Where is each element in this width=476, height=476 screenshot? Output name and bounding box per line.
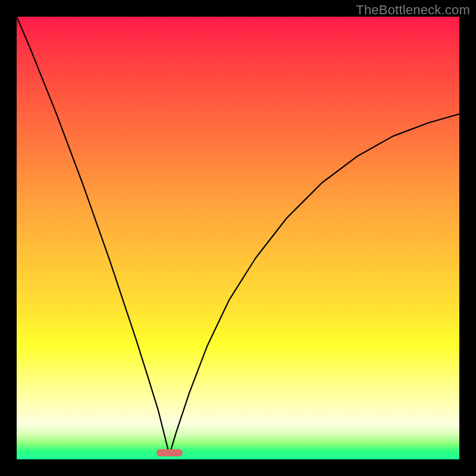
- plot-area: [17, 17, 459, 459]
- watermark-text: TheBottleneck.com: [356, 2, 470, 18]
- chart-frame: TheBottleneck.com: [0, 0, 476, 476]
- optimal-point-marker: [156, 449, 183, 456]
- bottleneck-curve: [17, 17, 459, 459]
- curve-right-branch: [170, 114, 459, 455]
- curve-left-branch: [17, 17, 170, 455]
